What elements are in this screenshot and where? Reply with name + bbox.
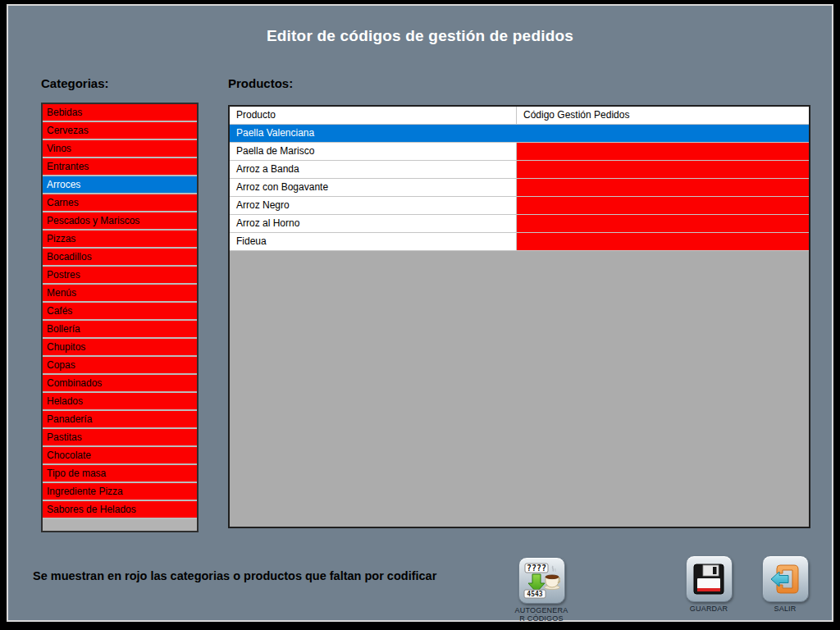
product-name-cell[interactable]: Paella de Marisco — [230, 143, 517, 160]
category-item[interactable]: Chocolate — [43, 447, 197, 465]
category-item[interactable]: Cafés — [43, 303, 197, 321]
category-item[interactable]: Bocadillos — [43, 249, 197, 267]
category-item[interactable]: Pastitas — [43, 429, 197, 447]
exit-group: SALIR — [761, 555, 809, 613]
product-name-cell[interactable]: Arroz con Bogavante — [230, 179, 517, 196]
column-header-producto[interactable]: Producto — [230, 107, 517, 124]
category-item[interactable]: Panadería — [43, 411, 197, 429]
autogenerate-codes-label: AUTOGENERA R CÓDIGOS — [514, 606, 568, 623]
category-item[interactable]: Arroces — [43, 176, 197, 194]
table-row[interactable]: Paella Valenciana — [230, 125, 809, 143]
category-item[interactable]: Chupitos — [43, 339, 197, 357]
product-code-cell[interactable] — [517, 233, 809, 250]
product-code-cell[interactable] — [517, 197, 809, 214]
category-item[interactable]: Menús — [43, 285, 197, 303]
category-item[interactable]: Helados — [43, 393, 197, 411]
category-item[interactable]: Vinos — [43, 140, 197, 158]
product-code-cell[interactable] — [517, 125, 809, 142]
product-code-cell[interactable] — [517, 161, 809, 178]
exit-arrow-icon — [769, 563, 801, 596]
editor-window: Editor de códigos de gestión de pedidos … — [7, 4, 833, 622]
steam-icon — [552, 566, 553, 572]
products-label: Productos: — [228, 76, 293, 90]
categories-listbox[interactable]: BebidasCervezasVinosEntrantesArrocesCarn… — [41, 103, 199, 532]
product-name-cell[interactable]: Arroz al Horno — [230, 215, 517, 232]
category-item[interactable]: Tipo de masa — [43, 465, 197, 483]
svg-text:????: ???? — [527, 564, 546, 573]
category-item[interactable]: Pizzas — [43, 231, 197, 249]
product-name-cell[interactable]: Fideua — [230, 233, 517, 250]
exit-label: SALIR — [761, 605, 809, 613]
autogenerate-codes-button[interactable]: ???? 4543 — [518, 557, 565, 604]
autogenerate-codes-group: ???? 4543 AUTOGENERA R CÓDIGOS — [514, 557, 568, 623]
table-row[interactable]: Arroz con Bogavante — [230, 179, 809, 197]
category-item[interactable]: Bollería — [43, 321, 197, 339]
category-item[interactable]: Carnes — [43, 194, 197, 212]
column-header-codigo[interactable]: Código Gestión Pedidos — [517, 107, 809, 124]
table-row[interactable]: Arroz al Horno — [230, 215, 809, 233]
page-title: Editor de códigos de gestión de pedidos — [8, 27, 832, 45]
save-label: GUARDAR — [685, 605, 733, 613]
left-arrow-icon — [771, 572, 788, 587]
categories-label: Categorias: — [41, 76, 109, 90]
floppy-disk-icon — [692, 563, 725, 596]
table-row[interactable]: Paella de Marisco — [230, 143, 809, 161]
product-code-cell[interactable] — [517, 179, 809, 196]
category-item[interactable]: Combinados — [43, 375, 197, 393]
product-code-cell[interactable] — [517, 143, 809, 160]
svg-text:4543: 4543 — [527, 591, 542, 598]
table-row[interactable]: Arroz a Banda — [230, 161, 809, 179]
table-row[interactable]: Fideua — [230, 233, 809, 251]
product-name-cell[interactable]: Paella Valenciana — [230, 125, 517, 142]
legend-note: Se muestran en rojo las categorias o pro… — [33, 569, 436, 582]
category-item[interactable]: Postres — [43, 267, 197, 285]
table-header-row: Producto Código Gestión Pedidos — [230, 107, 809, 125]
autogenerate-codes-icon: ???? 4543 — [523, 562, 560, 600]
products-table[interactable]: Producto Código Gestión Pedidos Paella V… — [228, 105, 810, 528]
product-name-cell[interactable]: Arroz Negro — [230, 197, 517, 214]
category-item[interactable]: Sabores de Helados — [43, 501, 197, 519]
category-item[interactable]: Ingrediente Pizza — [43, 483, 197, 501]
save-group: GUARDAR — [685, 555, 733, 613]
table-row[interactable]: Arroz Negro — [230, 197, 809, 215]
exit-button[interactable] — [762, 555, 809, 602]
product-code-cell[interactable] — [517, 215, 809, 232]
category-item[interactable]: Copas — [43, 357, 197, 375]
product-name-cell[interactable]: Arroz a Banda — [230, 161, 517, 178]
category-item[interactable]: Cervezas — [43, 122, 197, 140]
save-button[interactable] — [686, 555, 733, 602]
category-item[interactable]: Entrantes — [43, 158, 197, 176]
category-item[interactable]: Pescados y Mariscos — [43, 212, 197, 231]
category-item[interactable]: Bebidas — [43, 104, 197, 122]
